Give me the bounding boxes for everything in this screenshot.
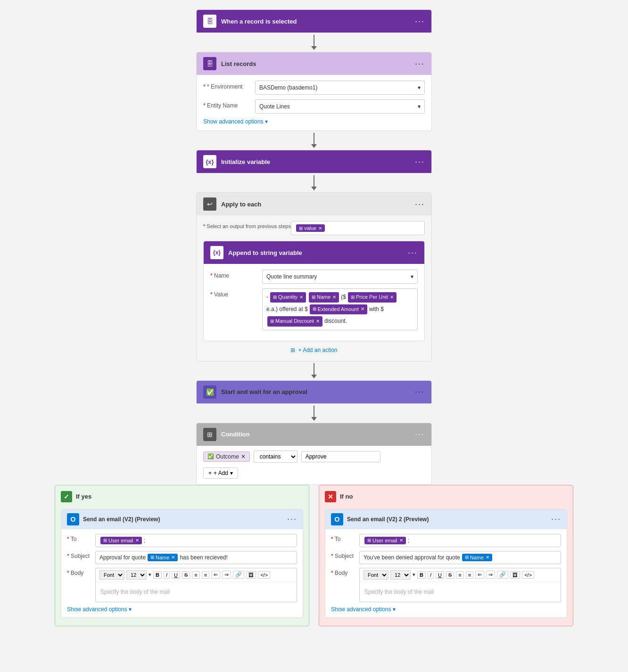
apply-each-header: ↩ Apply to each ··· (197, 193, 431, 215)
select-output-label: * Select an output from previous steps (203, 221, 291, 230)
environment-row: * * Environment BASDemo (basdemo1) ▾ (203, 81, 425, 95)
no-bullet-list-button[interactable]: ≡ (456, 571, 463, 579)
chevron-down-icon: ▾ (129, 606, 132, 613)
condition-more[interactable]: ··· (415, 429, 425, 439)
condition-title: Condition (221, 431, 415, 438)
yes-to-label: * To (67, 534, 95, 542)
trigger-card: 🗄 When a record is selected ··· (196, 9, 432, 33)
no-image-button[interactable]: 🖼 (510, 571, 520, 579)
chevron-down-icon: ▾ (411, 273, 413, 280)
no-email-card: O Send an email (V2) 2 (Preview) ··· * T… (325, 509, 567, 618)
entity-label: * Entity Name (203, 99, 255, 109)
bullet-list-button[interactable]: ≡ (192, 571, 199, 579)
approval-card: ✅ Start and wait for an approval ··· (196, 380, 432, 404)
yes-size-select[interactable]: 12 (126, 570, 147, 580)
append-value-field[interactable]: - ⊞ Quantity ✕ ⊞ Name ✕ ($ (262, 288, 418, 330)
if-yes-header: ✓ If yes (61, 491, 303, 502)
no-to-input[interactable]: ⊞ User email ✕ ; (359, 534, 561, 547)
list-records-body: * * Environment BASDemo (basdemo1) ▾ * E… (197, 75, 431, 131)
list-records-more[interactable]: ··· (415, 59, 425, 69)
condition-header: ⊞ Condition ··· (197, 423, 431, 446)
manual-discount-tag: ⊞ Manual Discount ✕ (267, 316, 322, 327)
yes-font-select[interactable]: Font (99, 570, 124, 580)
no-code-button[interactable]: </> (522, 571, 534, 579)
yes-body-row: * Body Font 12 ▾ B I U S ≡ ≡ (67, 568, 297, 602)
no-strikethrough-button[interactable]: S (446, 571, 454, 579)
number-list-button[interactable]: ≡ (202, 571, 209, 579)
outcome-close[interactable]: ✕ (241, 453, 246, 460)
no-email-title: Send an email (V2) 2 (Preview) (347, 516, 551, 523)
add-icon: ⊞ (290, 347, 295, 353)
no-toolbar: Font 12 ▾ B I U S ≡ ≡ ⇐ ⇒ (360, 568, 561, 582)
show-advanced-link[interactable]: Show advanced options ▾ (203, 118, 425, 125)
append-name-dropdown[interactable]: Quote line summary ▾ (262, 270, 418, 284)
no-increase-indent-button[interactable]: ⇒ (486, 571, 495, 579)
code-button[interactable]: </> (258, 571, 270, 579)
no-bold-button[interactable]: B (417, 571, 426, 579)
no-show-advanced[interactable]: Show advanced options ▾ (331, 606, 561, 613)
decrease-indent-button[interactable]: ⇐ (211, 571, 220, 579)
no-body-editor: Font 12 ▾ B I U S ≡ ≡ ⇐ ⇒ (359, 568, 561, 602)
yes-subject-input[interactable]: Approval for quote ⊞ Name ✕ has been rec… (95, 551, 297, 564)
yes-body-editor: Font 12 ▾ B I U S ≡ ≡ ⇐ ⇒ (95, 568, 297, 602)
init-variable-header: {x} Initialize variable ··· (197, 150, 431, 173)
yes-subject-row: * Subject Approval for quote ⊞ Name ✕ ha… (67, 551, 297, 564)
init-variable-more[interactable]: ··· (415, 157, 425, 167)
underline-button[interactable]: U (172, 571, 180, 579)
no-email-more[interactable]: ··· (551, 514, 561, 524)
yes-badge: ✓ (61, 491, 72, 502)
yes-body-content[interactable]: Specify the body of the mail (96, 582, 297, 602)
image-button[interactable]: 🖼 (246, 571, 256, 579)
no-italic-button[interactable]: I (428, 571, 434, 579)
link-button[interactable]: 🔗 (233, 571, 244, 579)
append-more[interactable]: ··· (408, 248, 418, 258)
condition-value-input[interactable] (301, 451, 380, 462)
select-output-input[interactable]: ⊞ value ✕ (291, 221, 425, 235)
entity-input[interactable]: Quote Lines ▾ (255, 99, 425, 114)
no-number-list-button[interactable]: ≡ (466, 571, 473, 579)
yes-show-advanced[interactable]: Show advanced options ▾ (67, 606, 297, 613)
branch-row: ✓ If yes O Send an email (V2) (Preview) … (55, 485, 573, 626)
no-subject-input[interactable]: You've been denied approval for quote ⊞ … (359, 551, 561, 564)
italic-button[interactable]: I (164, 571, 170, 579)
no-email-body: * To ⊞ User email ✕ ; * Subject (325, 529, 567, 617)
yes-to-input[interactable]: ⊞ User email ✕ ; (95, 534, 297, 547)
approval-more[interactable]: ··· (415, 387, 425, 397)
yes-email-title: Send an email (V2) (Preview) (83, 516, 287, 523)
increase-indent-button[interactable]: ⇒ (222, 571, 231, 579)
yes-email-more[interactable]: ··· (287, 514, 297, 524)
yes-to-tag: ⊞ User email ✕ (100, 537, 142, 544)
condition-card: ⊞ Condition ··· ✅ Outcome ✕ contains equ… (196, 423, 432, 485)
add-condition-button[interactable]: + + Add ▾ (203, 467, 238, 479)
no-link-button[interactable]: 🔗 (497, 571, 508, 579)
no-body-label: * Body (331, 568, 359, 576)
init-variable-icon: {x} (203, 155, 216, 168)
init-variable-title: Initialize variable (221, 158, 415, 165)
yes-email-body: * To ⊞ User email ✕ ; * Subject (61, 529, 303, 617)
chevron-down-icon: ▾ (265, 118, 268, 125)
price-per-unit-tag: ⊞ Price Per Unit ✕ (348, 292, 397, 303)
condition-operator[interactable]: contains equals starts with (254, 451, 297, 463)
no-email-header: O Send an email (V2) 2 (Preview) ··· (325, 509, 567, 529)
append-name-row: * Name Quote line summary ▾ (210, 270, 418, 284)
no-decrease-indent-button[interactable]: ⇐ (475, 571, 484, 579)
quantity-tag: ⊞ Quantity ✕ (270, 292, 306, 303)
no-to-tag: ⊞ User email ✕ (364, 537, 406, 544)
tag-close[interactable]: ✕ (318, 226, 322, 231)
bold-button[interactable]: B (153, 571, 162, 579)
no-body-content[interactable]: Specify the body of the mail (360, 582, 561, 602)
apply-each-more[interactable]: ··· (415, 199, 425, 209)
add-action-button[interactable]: ⊞ + Add an action (203, 347, 425, 353)
yes-email-card: O Send an email (V2) (Preview) ··· * To … (61, 509, 303, 618)
no-font-select[interactable]: Font (364, 570, 388, 580)
trigger-more[interactable]: ··· (415, 16, 425, 26)
arrow-icon: ▾ (149, 572, 151, 578)
no-underline-button[interactable]: U (436, 571, 444, 579)
no-subject-row: * Subject You've been denied approval fo… (331, 551, 561, 564)
strikethrough-button[interactable]: S (182, 571, 190, 579)
entity-row: * Entity Name Quote Lines ▾ (203, 99, 425, 114)
apply-each-icon: ↩ (203, 197, 216, 211)
no-to-label: * To (331, 534, 359, 542)
no-size-select[interactable]: 12 (390, 570, 411, 580)
environment-input[interactable]: BASDemo (basdemo1) ▾ (255, 81, 425, 95)
